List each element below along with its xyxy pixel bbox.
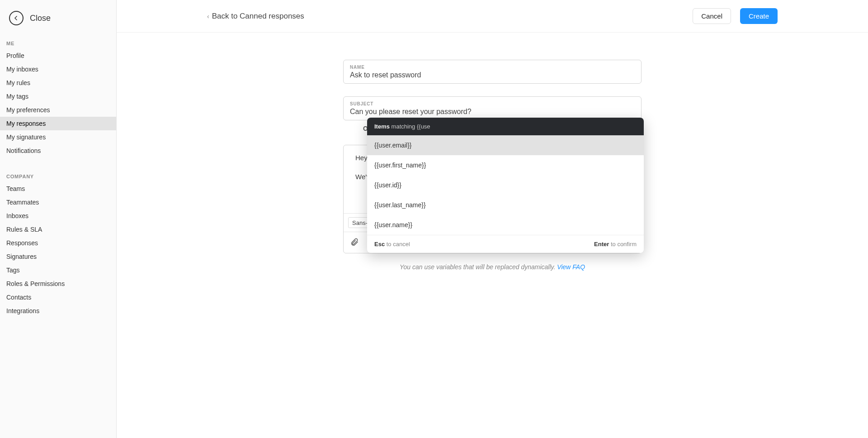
popup-item-user-email[interactable]: {{user.email}} — [367, 135, 644, 155]
name-field[interactable]: NAME — [343, 60, 642, 84]
close-button[interactable]: Close — [0, 0, 116, 38]
close-label: Close — [30, 14, 51, 23]
attachment-icon[interactable] — [350, 238, 359, 248]
chevron-left-icon: ‹ — [207, 13, 209, 20]
sidebar-item-roles-permissions[interactable]: Roles & Permissions — [0, 277, 116, 290]
sidebar-item-my-preferences[interactable]: My preferences — [0, 103, 116, 117]
popup-footer: Esc to cancel Enter to confirm — [367, 235, 644, 253]
sidebar-item-contacts[interactable]: Contacts — [0, 290, 116, 304]
back-to-canned-responses-link[interactable]: ‹ Back to Canned responses — [207, 12, 304, 21]
variable-help-prefix: You can use variables that will be repla… — [400, 263, 557, 271]
sidebar-item-inboxes[interactable]: Inboxes — [0, 209, 116, 223]
back-label: Back to Canned responses — [212, 12, 304, 21]
main-content: ‹ Back to Canned responses Cancel Create… — [117, 0, 868, 438]
sidebar-item-teammates[interactable]: Teammates — [0, 195, 116, 209]
sidebar-item-my-inboxes[interactable]: My inboxes — [0, 62, 116, 76]
sidebar-item-my-rules[interactable]: My rules — [0, 76, 116, 90]
sidebar-item-integrations[interactable]: Integrations — [0, 304, 116, 318]
subject-label: SUBJECT — [350, 101, 635, 106]
create-button[interactable]: Create — [740, 8, 778, 24]
section-heading-company: COMPANY — [0, 171, 116, 182]
popup-item-user-last-name[interactable]: {{user.last_name}} — [367, 195, 644, 215]
section-heading-me: ME — [0, 38, 116, 49]
view-faq-link[interactable]: View FAQ — [557, 263, 585, 271]
back-arrow-icon — [9, 11, 24, 25]
popup-enter-key: Enter — [594, 241, 609, 248]
editor-line-1: Hey — [355, 154, 368, 162]
popup-item-user-name[interactable]: {{user.name}} — [367, 215, 644, 235]
settings-sidebar: Close ME Profile My inboxes My rules My … — [0, 0, 117, 438]
sidebar-item-tags[interactable]: Tags — [0, 263, 116, 277]
variable-help-text: You can use variables that will be repla… — [343, 263, 642, 271]
sidebar-item-my-tags[interactable]: My tags — [0, 90, 116, 103]
sidebar-item-my-signatures[interactable]: My signatures — [0, 130, 116, 144]
name-label: NAME — [350, 65, 635, 70]
subject-input[interactable] — [350, 106, 635, 116]
sidebar-item-my-responses[interactable]: My responses — [0, 117, 116, 130]
topbar: ‹ Back to Canned responses Cancel Create — [117, 0, 868, 33]
sidebar-item-profile[interactable]: Profile — [0, 49, 116, 62]
subject-field[interactable]: SUBJECT — [343, 96, 642, 120]
cancel-button[interactable]: Cancel — [693, 8, 731, 24]
sidebar-item-notifications[interactable]: Notifications — [0, 144, 116, 157]
popup-enter-rest: to confirm — [609, 241, 637, 248]
popup-item-user-id[interactable]: {{user.id}} — [367, 175, 644, 195]
popup-esc-key: Esc — [374, 241, 385, 248]
response-body-editor: Hey We'v Items matching {{use {{user.ema… — [343, 145, 642, 253]
sidebar-item-teams[interactable]: Teams — [0, 182, 116, 195]
popup-header: Items matching {{use — [367, 118, 644, 135]
sidebar-item-rules-sla[interactable]: Rules & SLA — [0, 223, 116, 236]
popup-header-rest: matching {{use — [390, 123, 430, 130]
sidebar-item-responses[interactable]: Responses — [0, 236, 116, 250]
sidebar-item-signatures[interactable]: Signatures — [0, 250, 116, 263]
popup-header-bold: Items — [374, 123, 390, 130]
popup-item-user-first-name[interactable]: {{user.first_name}} — [367, 155, 644, 175]
variable-autocomplete-popup: Items matching {{use {{user.email}} {{us… — [367, 118, 644, 253]
name-input[interactable] — [350, 70, 635, 80]
popup-esc-rest: to cancel — [385, 241, 410, 248]
